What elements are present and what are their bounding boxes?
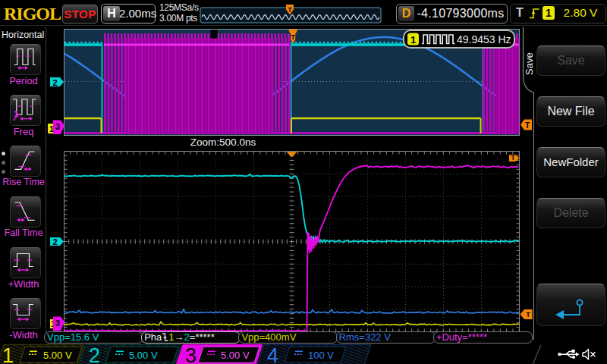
svg-text:5.00 V: 5.00 V: [129, 350, 158, 361]
svg-text:3: 3: [55, 122, 60, 131]
svg-text:5.00 V: 5.00 V: [221, 350, 250, 361]
svg-text:2: 2: [89, 344, 100, 364]
svg-text:2: 2: [52, 237, 57, 246]
svg-text:2: 2: [52, 78, 57, 87]
svg-text:T: T: [288, 6, 292, 14]
svg-text:T: T: [291, 33, 295, 41]
svg-text:100 V: 100 V: [308, 350, 334, 361]
svg-text:4: 4: [267, 344, 278, 364]
svg-text:49.9453 Hz: 49.9453 Hz: [457, 33, 511, 46]
svg-text:1: 1: [2, 344, 14, 364]
svg-text:3: 3: [55, 318, 60, 328]
svg-text:5.00 V: 5.00 V: [43, 350, 72, 361]
svg-text:1: 1: [410, 34, 416, 46]
svg-text:T: T: [511, 154, 515, 162]
svg-text:3: 3: [185, 344, 197, 364]
